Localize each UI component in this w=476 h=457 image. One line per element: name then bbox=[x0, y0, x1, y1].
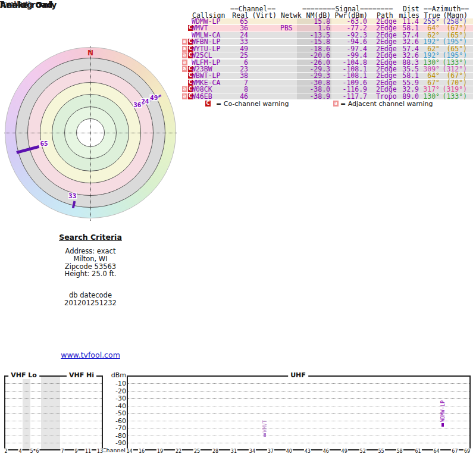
adjacent-channel-badge: a bbox=[333, 101, 339, 107]
gridline--60dbm bbox=[5, 421, 102, 421]
uhf-channel-tick-40: 40 bbox=[286, 449, 293, 454]
cell-real: 46 bbox=[224, 93, 248, 99]
dbm-tick--10: -10 bbox=[102, 380, 126, 387]
adjacent-channel-warning-icon: a bbox=[182, 86, 187, 92]
vhf-channel-tick-4: 4 bbox=[18, 449, 22, 454]
db-datecode-value: 201201251232 bbox=[19, 299, 162, 307]
dbm-tick--50: -50 bbox=[102, 409, 126, 417]
gridline--80dbm bbox=[128, 436, 469, 436]
vhf-channel-tick-5: 5 bbox=[29, 449, 33, 454]
chart-bar-label-wmvt: WMVT bbox=[262, 420, 268, 432]
dbm-axis-label: dBm bbox=[102, 371, 126, 379]
gridline--50dbm bbox=[5, 413, 102, 414]
co-channel-badge: C bbox=[205, 101, 211, 107]
gridline--90dbm bbox=[5, 443, 102, 443]
uhf-channel-tick-19: 19 bbox=[156, 449, 164, 454]
uhf-channel-tick-46: 46 bbox=[322, 449, 330, 454]
uhf-channel-tick-43: 43 bbox=[304, 449, 311, 454]
vhf-lo-label: VHF Lo bbox=[8, 371, 39, 379]
table-row-w46eb: aCW46EB46-38.9-117.7Tropo89.0130°(133°) bbox=[181, 93, 474, 99]
uhf-channel-tick-14: 14 bbox=[126, 449, 133, 454]
vhf-channel-tick-2: 2 bbox=[4, 449, 8, 454]
chart-bar-wdmw-lp bbox=[441, 423, 444, 427]
uhf-channel-tick-64: 64 bbox=[433, 449, 440, 454]
dbm-tick--70: -70 bbox=[102, 424, 126, 432]
adjacent-channel-warning-icon: a bbox=[182, 39, 187, 45]
gridline--80dbm bbox=[5, 436, 102, 436]
tvfool-link[interactable]: www.tvfool.com bbox=[0, 350, 181, 359]
uhf-chart-box bbox=[127, 375, 471, 450]
cell-miles: 32.6 bbox=[395, 52, 419, 58]
gridline--40dbm bbox=[5, 406, 102, 406]
adjacent-channel-warning-icon: a bbox=[182, 46, 187, 52]
gridline--10dbm bbox=[5, 383, 102, 384]
tvfool-report-page: henke road Analog Only TrueNorth N 49243… bbox=[0, 0, 476, 457]
dbm-tick--40: -40 bbox=[102, 402, 126, 410]
radar-channel-label-33: 33 bbox=[68, 192, 77, 199]
dbm-tick--90: -90 bbox=[102, 439, 126, 447]
cell-nm: -20.6 bbox=[297, 52, 330, 58]
search-city-line: Milton, WI bbox=[19, 255, 162, 263]
uhf-channel-tick-37: 37 bbox=[267, 449, 274, 454]
radar-channel-label-65: 65 bbox=[39, 140, 48, 146]
vhf-channel-tick-7: 7 bbox=[60, 449, 64, 454]
cell-az_magn: (195°) bbox=[431, 52, 467, 58]
vhf-channel-tick-11: 11 bbox=[84, 449, 92, 454]
adjacent-channel-warning-icon: a bbox=[182, 66, 187, 72]
dbm-tick--80: -80 bbox=[102, 432, 126, 440]
uhf-channel-tick-22: 22 bbox=[175, 449, 182, 454]
gridline--70dbm bbox=[128, 428, 469, 428]
vhf-chart-box bbox=[4, 375, 103, 450]
north-indicator: N bbox=[87, 49, 93, 57]
cell-pwr: -117.7 bbox=[331, 93, 367, 99]
dbm-tick--20: -20 bbox=[102, 387, 126, 395]
adjacent-channel-legend-text: = Adjacent channel warning bbox=[340, 100, 433, 108]
gridline--20dbm bbox=[5, 391, 102, 392]
radar-crosshair-vertical bbox=[90, 46, 91, 221]
uhf-channel-tick-16: 16 bbox=[138, 449, 145, 454]
cell-pwr: -99.4 bbox=[331, 52, 367, 58]
adjacent-channel-warning-icon: a bbox=[182, 93, 187, 99]
gridline--60dbm bbox=[128, 421, 469, 421]
signal-table: ==Channel==========Signal========Dist==A… bbox=[181, 4, 474, 111]
vhf-channel-tick-9: 9 bbox=[74, 449, 78, 454]
radar-channel-label-36: 36 bbox=[133, 101, 142, 108]
adjacent-channel-warning-icon: a bbox=[182, 52, 187, 58]
search-address-line: Address: exact bbox=[19, 248, 162, 255]
dbm-tick--30: -30 bbox=[102, 395, 126, 402]
uhf-channel-tick-58: 58 bbox=[396, 449, 403, 454]
radar-channel-label-49: 49 bbox=[149, 94, 158, 101]
co-channel-legend-text: = Co-channel warning bbox=[216, 100, 289, 108]
gridline--30dbm bbox=[5, 398, 102, 399]
dbm-tick--60: -60 bbox=[102, 417, 126, 425]
search-criteria-block: Search Criteria Address: exact Milton, W… bbox=[19, 233, 162, 307]
uhf-channel-tick-28: 28 bbox=[212, 449, 219, 454]
gridline--30dbm bbox=[128, 398, 469, 399]
search-criteria-title: Search Criteria bbox=[19, 233, 162, 242]
cell-miles: 89.0 bbox=[395, 93, 419, 99]
uhf-channel-tick-31: 31 bbox=[230, 449, 237, 454]
table-row-w25cl: aCW25CL25-20.6-99.42Edge32.6192°(195°) bbox=[181, 52, 474, 58]
gridline--20dbm bbox=[128, 391, 469, 392]
uhf-channel-tick-49: 49 bbox=[341, 449, 348, 454]
cell-real: 25 bbox=[224, 52, 248, 58]
vhf-hi-label: VHF Hi bbox=[67, 371, 96, 379]
vhf-channel-tick-6: 6 bbox=[35, 449, 39, 454]
cell-nm: -38.9 bbox=[297, 93, 330, 99]
uhf-channel-tick-55: 55 bbox=[378, 449, 385, 454]
uhf-channel-tick-69: 69 bbox=[464, 449, 471, 454]
gridline--10dbm bbox=[128, 383, 469, 384]
uhf-channel-tick-52: 52 bbox=[359, 449, 367, 454]
gridline--70dbm bbox=[5, 428, 102, 428]
uhf-channel-tick-34: 34 bbox=[249, 449, 256, 454]
gridline--90dbm bbox=[128, 443, 469, 443]
uhf-channel-tick-67: 67 bbox=[451, 449, 458, 454]
uhf-channel-tick-25: 25 bbox=[193, 449, 201, 454]
uhf-channel-tick-61: 61 bbox=[414, 449, 421, 454]
adjacent-channel-warning-icon: a bbox=[182, 60, 187, 65]
true-north-label: TrueNorth bbox=[0, 0, 32, 8]
gridline--40dbm bbox=[128, 406, 469, 406]
gridline--50dbm bbox=[128, 413, 469, 414]
chart-bar-wmvt bbox=[264, 433, 266, 437]
vhf-channel-tick-13: 13 bbox=[96, 449, 104, 454]
